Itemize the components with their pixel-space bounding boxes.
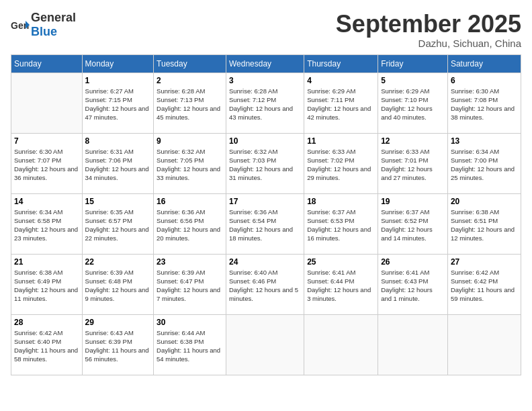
- day-number: 3: [229, 76, 301, 85]
- day-of-week-header: Monday: [82, 54, 154, 73]
- day-number: 26: [381, 257, 445, 267]
- day-number: 29: [85, 318, 151, 327]
- location-subtitle: Dazhu, Sichuan, China: [336, 38, 521, 49]
- calendar-week-row: 28Sunrise: 6:42 AMSunset: 6:40 PMDayligh…: [11, 314, 521, 375]
- day-info: Sunrise: 6:36 AMSunset: 6:56 PMDaylight:…: [157, 208, 223, 243]
- day-info: Sunrise: 6:35 AMSunset: 6:57 PMDaylight:…: [85, 208, 151, 243]
- day-info: Sunrise: 6:39 AMSunset: 6:47 PMDaylight:…: [157, 268, 223, 304]
- day-number: 8: [85, 136, 151, 146]
- calendar-cell: 14Sunrise: 6:34 AMSunset: 6:58 PMDayligh…: [11, 193, 83, 254]
- day-info: Sunrise: 6:43 AMSunset: 6:39 PMDaylight:…: [85, 328, 151, 364]
- day-info: Sunrise: 6:29 AMSunset: 7:11 PMDaylight:…: [307, 87, 375, 122]
- day-info: Sunrise: 6:38 AMSunset: 6:49 PMDaylight:…: [14, 268, 79, 304]
- day-number: 11: [307, 136, 375, 146]
- calendar-cell: 21Sunrise: 6:38 AMSunset: 6:49 PMDayligh…: [11, 254, 83, 314]
- logo: General General Blue: [11, 11, 76, 39]
- day-number: 20: [451, 197, 518, 206]
- day-number: 28: [14, 318, 79, 327]
- page-header: General General Blue September 2025 Dazh…: [11, 11, 521, 49]
- day-info: Sunrise: 6:27 AMSunset: 7:15 PMDaylight:…: [85, 87, 151, 122]
- day-number: 30: [157, 318, 223, 327]
- day-of-week-header: Thursday: [304, 54, 378, 73]
- day-of-week-header: Tuesday: [154, 54, 226, 73]
- title-block: September 2025 Dazhu, Sichuan, China: [336, 11, 521, 49]
- day-info: Sunrise: 6:34 AMSunset: 7:00 PMDaylight:…: [451, 147, 518, 183]
- day-number: 4: [307, 76, 375, 85]
- calendar-cell: [11, 73, 83, 133]
- calendar-cell: [226, 314, 304, 375]
- calendar-cell: 11Sunrise: 6:33 AMSunset: 7:02 PMDayligh…: [304, 133, 378, 193]
- calendar-cell: 12Sunrise: 6:33 AMSunset: 7:01 PMDayligh…: [378, 133, 448, 193]
- day-number: 24: [229, 257, 301, 267]
- day-number: 5: [381, 76, 445, 85]
- calendar-cell: 6Sunrise: 6:30 AMSunset: 7:08 PMDaylight…: [447, 73, 521, 133]
- day-number: 17: [229, 197, 301, 206]
- day-info: Sunrise: 6:33 AMSunset: 7:01 PMDaylight:…: [381, 147, 445, 183]
- day-info: Sunrise: 6:28 AMSunset: 7:12 PMDaylight:…: [229, 87, 301, 122]
- calendar-cell: 13Sunrise: 6:34 AMSunset: 7:00 PMDayligh…: [447, 133, 521, 193]
- day-info: Sunrise: 6:34 AMSunset: 6:58 PMDaylight:…: [14, 208, 79, 243]
- logo-blue-text: Blue: [31, 25, 57, 38]
- calendar-cell: 2Sunrise: 6:28 AMSunset: 7:13 PMDaylight…: [154, 73, 226, 133]
- day-info: Sunrise: 6:39 AMSunset: 6:48 PMDaylight:…: [85, 268, 151, 304]
- day-number: 19: [381, 197, 445, 206]
- calendar-week-row: 21Sunrise: 6:38 AMSunset: 6:49 PMDayligh…: [11, 254, 521, 314]
- day-of-week-header: Friday: [378, 54, 448, 73]
- calendar-cell: 3Sunrise: 6:28 AMSunset: 7:12 PMDaylight…: [226, 73, 304, 133]
- day-number: 9: [157, 136, 223, 146]
- logo-icon: General: [11, 15, 30, 34]
- calendar-cell: 8Sunrise: 6:31 AMSunset: 7:06 PMDaylight…: [82, 133, 154, 193]
- day-info: Sunrise: 6:31 AMSunset: 7:06 PMDaylight:…: [85, 147, 151, 183]
- calendar-cell: [304, 314, 378, 375]
- day-info: Sunrise: 6:32 AMSunset: 7:05 PMDaylight:…: [157, 147, 223, 183]
- calendar-cell: 18Sunrise: 6:37 AMSunset: 6:53 PMDayligh…: [304, 193, 378, 254]
- calendar-week-row: 7Sunrise: 6:30 AMSunset: 7:07 PMDaylight…: [11, 133, 521, 193]
- day-number: 15: [85, 197, 151, 206]
- calendar-cell: [378, 314, 448, 375]
- day-info: Sunrise: 6:29 AMSunset: 7:10 PMDaylight:…: [381, 87, 445, 122]
- day-number: 18: [307, 197, 375, 206]
- calendar-cell: 29Sunrise: 6:43 AMSunset: 6:39 PMDayligh…: [82, 314, 154, 375]
- calendar-cell: 5Sunrise: 6:29 AMSunset: 7:10 PMDaylight…: [378, 73, 448, 133]
- day-info: Sunrise: 6:30 AMSunset: 7:08 PMDaylight:…: [451, 87, 518, 122]
- day-info: Sunrise: 6:28 AMSunset: 7:13 PMDaylight:…: [157, 87, 223, 122]
- day-number: 10: [229, 136, 301, 146]
- day-number: 1: [85, 76, 151, 85]
- day-info: Sunrise: 6:40 AMSunset: 6:46 PMDaylight:…: [229, 268, 301, 304]
- calendar-cell: 22Sunrise: 6:39 AMSunset: 6:48 PMDayligh…: [82, 254, 154, 314]
- day-number: 2: [157, 76, 223, 85]
- day-of-week-header: Sunday: [11, 54, 83, 73]
- day-number: 13: [451, 136, 518, 146]
- calendar-cell: 17Sunrise: 6:36 AMSunset: 6:54 PMDayligh…: [226, 193, 304, 254]
- day-info: Sunrise: 6:37 AMSunset: 6:52 PMDaylight:…: [381, 208, 445, 243]
- day-number: 14: [14, 197, 79, 206]
- calendar-cell: 27Sunrise: 6:42 AMSunset: 6:42 PMDayligh…: [447, 254, 521, 314]
- day-number: 21: [14, 257, 79, 267]
- calendar-week-row: 14Sunrise: 6:34 AMSunset: 6:58 PMDayligh…: [11, 193, 521, 254]
- calendar-cell: 19Sunrise: 6:37 AMSunset: 6:52 PMDayligh…: [378, 193, 448, 254]
- day-info: Sunrise: 6:42 AMSunset: 6:40 PMDaylight:…: [14, 328, 79, 364]
- calendar-cell: 15Sunrise: 6:35 AMSunset: 6:57 PMDayligh…: [82, 193, 154, 254]
- calendar-cell: 23Sunrise: 6:39 AMSunset: 6:47 PMDayligh…: [154, 254, 226, 314]
- day-info: Sunrise: 6:36 AMSunset: 6:54 PMDaylight:…: [229, 208, 301, 243]
- calendar-cell: [447, 314, 521, 375]
- day-info: Sunrise: 6:44 AMSunset: 6:38 PMDaylight:…: [157, 328, 223, 364]
- calendar-cell: 25Sunrise: 6:41 AMSunset: 6:44 PMDayligh…: [304, 254, 378, 314]
- day-number: 6: [451, 76, 518, 85]
- month-title: September 2025: [336, 11, 521, 38]
- calendar-cell: 4Sunrise: 6:29 AMSunset: 7:11 PMDaylight…: [304, 73, 378, 133]
- day-info: Sunrise: 6:33 AMSunset: 7:02 PMDaylight:…: [307, 147, 375, 183]
- day-info: Sunrise: 6:30 AMSunset: 7:07 PMDaylight:…: [14, 147, 79, 183]
- day-info: Sunrise: 6:42 AMSunset: 6:42 PMDaylight:…: [451, 268, 518, 304]
- day-info: Sunrise: 6:32 AMSunset: 7:03 PMDaylight:…: [229, 147, 301, 183]
- day-of-week-header: Saturday: [447, 54, 521, 73]
- calendar-cell: 7Sunrise: 6:30 AMSunset: 7:07 PMDaylight…: [11, 133, 83, 193]
- day-info: Sunrise: 6:38 AMSunset: 6:51 PMDaylight:…: [451, 208, 518, 243]
- calendar-cell: 1Sunrise: 6:27 AMSunset: 7:15 PMDaylight…: [82, 73, 154, 133]
- day-of-week-header: Wednesday: [226, 54, 304, 73]
- day-number: 7: [14, 136, 79, 146]
- day-number: 23: [157, 257, 223, 267]
- calendar-cell: 28Sunrise: 6:42 AMSunset: 6:40 PMDayligh…: [11, 314, 83, 375]
- day-info: Sunrise: 6:41 AMSunset: 6:44 PMDaylight:…: [307, 268, 375, 304]
- calendar-cell: 10Sunrise: 6:32 AMSunset: 7:03 PMDayligh…: [226, 133, 304, 193]
